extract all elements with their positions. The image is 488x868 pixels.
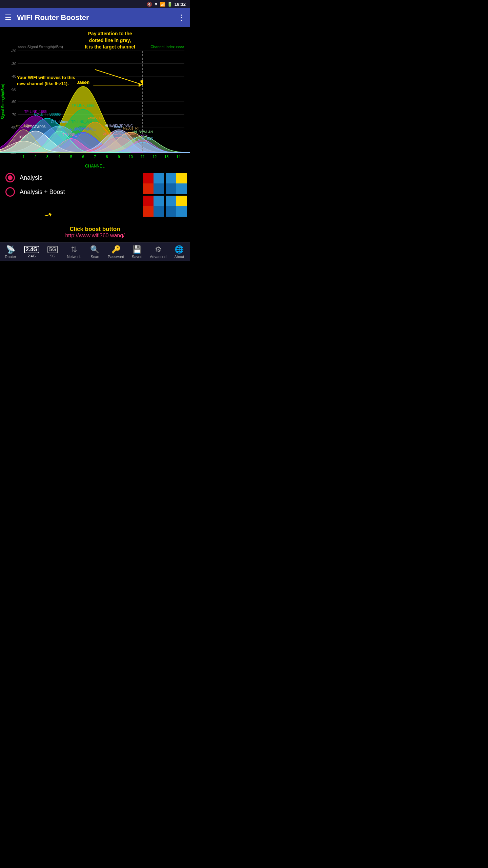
- click-boost-text: Click boost button: [5, 226, 184, 233]
- nav-advanced[interactable]: ⚙ Advanced: [148, 242, 169, 261]
- saved-icon: 💾: [133, 245, 142, 254]
- nav-5g-label: 5G: [50, 254, 55, 258]
- nav-network-label: Network: [67, 255, 81, 259]
- bottom-annotation: Click boost button http://www.wifi360.wa…: [0, 224, 190, 242]
- wifi-chart: [0, 27, 190, 170]
- thumb-3: [143, 196, 165, 217]
- chart-wrapper: Pay attention to thedotted line in grey,…: [0, 27, 190, 170]
- radio-analysis-label: Analysis: [20, 174, 42, 181]
- signal-icon: 📶: [160, 2, 165, 7]
- radio-section: Analysis Analysis + Boost ↗: [0, 170, 190, 224]
- bottom-nav: 📡 Router 2.4G 2.4G 5G 5G ⇅ Network 🔍 Sca…: [0, 242, 190, 261]
- nav-password[interactable]: 🔑 Password: [105, 242, 126, 261]
- nav-about[interactable]: 🌐 About: [169, 242, 190, 261]
- scan-icon: 🔍: [90, 245, 99, 254]
- radio-analysis-outer: [5, 173, 15, 182]
- nav-scan[interactable]: 🔍 Scan: [84, 242, 105, 261]
- nav-saved-label: Saved: [132, 255, 142, 259]
- radio-analysis-inner: [8, 175, 13, 180]
- arrow-icon: ↗: [42, 208, 54, 221]
- nav-advanced-label: Advanced: [150, 255, 166, 259]
- thumbnail-grid: [143, 173, 187, 217]
- wifi-icon: ▼: [154, 2, 158, 7]
- status-time: 18:32: [175, 2, 186, 7]
- 5g-icon: 5G: [47, 246, 58, 253]
- radio-boost-outer: [5, 187, 15, 197]
- router-icon: 📡: [6, 245, 15, 254]
- nav-2g[interactable]: 2.4G 2.4G: [21, 242, 42, 261]
- nav-saved[interactable]: 💾 Saved: [126, 242, 147, 261]
- 2g-icon: 2.4G: [24, 246, 39, 253]
- nav-network[interactable]: ⇅ Network: [63, 242, 84, 261]
- status-icons: 🔇 ▼ 📶 🔋: [147, 2, 172, 7]
- nav-5g[interactable]: 5G 5G: [42, 242, 63, 261]
- radio-boost-label: Analysis + Boost: [20, 189, 65, 196]
- nav-scan-label: Scan: [90, 255, 99, 259]
- menu-icon[interactable]: ☰: [5, 13, 12, 22]
- mute-icon: 🔇: [147, 2, 152, 7]
- nav-router-label: Router: [5, 255, 16, 259]
- about-icon: 🌐: [175, 245, 184, 254]
- app-bar: ☰ WIFI Router Booster ⋮: [0, 8, 190, 27]
- wifi-link[interactable]: http://www.wifi360.wang/: [5, 233, 184, 239]
- nav-about-label: About: [174, 255, 184, 259]
- status-bar: 🔇 ▼ 📶 🔋 18:32: [0, 0, 190, 8]
- nav-password-label: Password: [108, 255, 124, 259]
- nav-router[interactable]: 📡 Router: [0, 242, 21, 261]
- more-options-icon[interactable]: ⋮: [178, 13, 185, 22]
- battery-icon: 🔋: [167, 2, 172, 7]
- thumb-2: [166, 173, 187, 195]
- nav-2g-label: 2.4G: [27, 254, 36, 258]
- advanced-icon: ⚙: [155, 245, 162, 254]
- network-icon: ⇅: [71, 245, 77, 254]
- password-icon: 🔑: [111, 245, 121, 254]
- app-title: WIFI Router Booster: [17, 13, 178, 22]
- thumb-4: [166, 196, 187, 217]
- thumb-1: [143, 173, 165, 195]
